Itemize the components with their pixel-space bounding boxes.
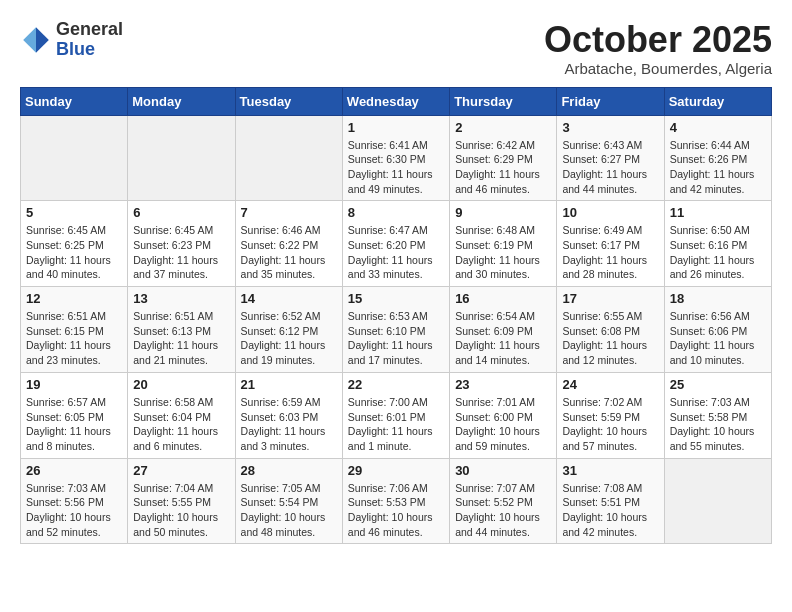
day-info: Sunrise: 6:59 AMSunset: 6:03 PMDaylight:… xyxy=(241,395,337,454)
calendar-cell xyxy=(664,458,771,544)
column-header-friday: Friday xyxy=(557,87,664,115)
calendar-cell: 7Sunrise: 6:46 AMSunset: 6:22 PMDaylight… xyxy=(235,201,342,287)
calendar-cell: 20Sunrise: 6:58 AMSunset: 6:04 PMDayligh… xyxy=(128,372,235,458)
calendar-cell: 1Sunrise: 6:41 AMSunset: 6:30 PMDaylight… xyxy=(342,115,449,201)
day-number: 23 xyxy=(455,377,551,392)
day-info: Sunrise: 6:53 AMSunset: 6:10 PMDaylight:… xyxy=(348,309,444,368)
day-info: Sunrise: 6:46 AMSunset: 6:22 PMDaylight:… xyxy=(241,223,337,282)
day-info: Sunrise: 7:05 AMSunset: 5:54 PMDaylight:… xyxy=(241,481,337,540)
day-number: 12 xyxy=(26,291,122,306)
column-header-monday: Monday xyxy=(128,87,235,115)
day-number: 31 xyxy=(562,463,658,478)
calendar-cell: 25Sunrise: 7:03 AMSunset: 5:58 PMDayligh… xyxy=(664,372,771,458)
day-info: Sunrise: 6:56 AMSunset: 6:06 PMDaylight:… xyxy=(670,309,766,368)
day-number: 18 xyxy=(670,291,766,306)
calendar-cell: 4Sunrise: 6:44 AMSunset: 6:26 PMDaylight… xyxy=(664,115,771,201)
day-number: 1 xyxy=(348,120,444,135)
calendar-cell: 31Sunrise: 7:08 AMSunset: 5:51 PMDayligh… xyxy=(557,458,664,544)
day-info: Sunrise: 6:47 AMSunset: 6:20 PMDaylight:… xyxy=(348,223,444,282)
day-info: Sunrise: 6:51 AMSunset: 6:15 PMDaylight:… xyxy=(26,309,122,368)
day-number: 24 xyxy=(562,377,658,392)
day-info: Sunrise: 6:43 AMSunset: 6:27 PMDaylight:… xyxy=(562,138,658,197)
day-info: Sunrise: 7:03 AMSunset: 5:58 PMDaylight:… xyxy=(670,395,766,454)
day-info: Sunrise: 6:45 AMSunset: 6:23 PMDaylight:… xyxy=(133,223,229,282)
calendar-cell: 12Sunrise: 6:51 AMSunset: 6:15 PMDayligh… xyxy=(21,287,128,373)
month-title: October 2025 xyxy=(544,20,772,60)
calendar-cell: 21Sunrise: 6:59 AMSunset: 6:03 PMDayligh… xyxy=(235,372,342,458)
location-subtitle: Arbatache, Boumerdes, Algeria xyxy=(544,60,772,77)
day-number: 3 xyxy=(562,120,658,135)
day-number: 29 xyxy=(348,463,444,478)
day-number: 22 xyxy=(348,377,444,392)
day-number: 2 xyxy=(455,120,551,135)
day-info: Sunrise: 7:08 AMSunset: 5:51 PMDaylight:… xyxy=(562,481,658,540)
day-info: Sunrise: 7:07 AMSunset: 5:52 PMDaylight:… xyxy=(455,481,551,540)
logo-icon xyxy=(20,24,52,56)
page-header: General Blue October 2025 Arbatache, Bou… xyxy=(20,20,772,77)
svg-marker-1 xyxy=(23,27,36,53)
day-number: 7 xyxy=(241,205,337,220)
day-number: 4 xyxy=(670,120,766,135)
column-header-saturday: Saturday xyxy=(664,87,771,115)
day-info: Sunrise: 6:44 AMSunset: 6:26 PMDaylight:… xyxy=(670,138,766,197)
day-info: Sunrise: 6:52 AMSunset: 6:12 PMDaylight:… xyxy=(241,309,337,368)
calendar-cell: 29Sunrise: 7:06 AMSunset: 5:53 PMDayligh… xyxy=(342,458,449,544)
calendar-cell: 24Sunrise: 7:02 AMSunset: 5:59 PMDayligh… xyxy=(557,372,664,458)
calendar-cell: 23Sunrise: 7:01 AMSunset: 6:00 PMDayligh… xyxy=(450,372,557,458)
day-number: 13 xyxy=(133,291,229,306)
day-number: 10 xyxy=(562,205,658,220)
day-info: Sunrise: 6:48 AMSunset: 6:19 PMDaylight:… xyxy=(455,223,551,282)
day-number: 16 xyxy=(455,291,551,306)
calendar-header-row: SundayMondayTuesdayWednesdayThursdayFrid… xyxy=(21,87,772,115)
day-info: Sunrise: 6:50 AMSunset: 6:16 PMDaylight:… xyxy=(670,223,766,282)
calendar-cell: 15Sunrise: 6:53 AMSunset: 6:10 PMDayligh… xyxy=(342,287,449,373)
day-number: 17 xyxy=(562,291,658,306)
logo: General Blue xyxy=(20,20,123,60)
calendar-cell: 11Sunrise: 6:50 AMSunset: 6:16 PMDayligh… xyxy=(664,201,771,287)
day-info: Sunrise: 6:54 AMSunset: 6:09 PMDaylight:… xyxy=(455,309,551,368)
column-header-wednesday: Wednesday xyxy=(342,87,449,115)
day-number: 15 xyxy=(348,291,444,306)
day-number: 27 xyxy=(133,463,229,478)
day-number: 26 xyxy=(26,463,122,478)
calendar-cell: 9Sunrise: 6:48 AMSunset: 6:19 PMDaylight… xyxy=(450,201,557,287)
day-number: 20 xyxy=(133,377,229,392)
calendar-cell: 19Sunrise: 6:57 AMSunset: 6:05 PMDayligh… xyxy=(21,372,128,458)
day-info: Sunrise: 7:02 AMSunset: 5:59 PMDaylight:… xyxy=(562,395,658,454)
calendar-cell: 22Sunrise: 7:00 AMSunset: 6:01 PMDayligh… xyxy=(342,372,449,458)
calendar-cell: 10Sunrise: 6:49 AMSunset: 6:17 PMDayligh… xyxy=(557,201,664,287)
calendar-week-5: 26Sunrise: 7:03 AMSunset: 5:56 PMDayligh… xyxy=(21,458,772,544)
day-number: 8 xyxy=(348,205,444,220)
column-header-sunday: Sunday xyxy=(21,87,128,115)
day-info: Sunrise: 6:57 AMSunset: 6:05 PMDaylight:… xyxy=(26,395,122,454)
day-info: Sunrise: 7:03 AMSunset: 5:56 PMDaylight:… xyxy=(26,481,122,540)
day-info: Sunrise: 6:45 AMSunset: 6:25 PMDaylight:… xyxy=(26,223,122,282)
calendar-week-3: 12Sunrise: 6:51 AMSunset: 6:15 PMDayligh… xyxy=(21,287,772,373)
day-info: Sunrise: 6:42 AMSunset: 6:29 PMDaylight:… xyxy=(455,138,551,197)
day-info: Sunrise: 6:49 AMSunset: 6:17 PMDaylight:… xyxy=(562,223,658,282)
column-header-tuesday: Tuesday xyxy=(235,87,342,115)
calendar-cell: 13Sunrise: 6:51 AMSunset: 6:13 PMDayligh… xyxy=(128,287,235,373)
day-number: 25 xyxy=(670,377,766,392)
day-info: Sunrise: 6:51 AMSunset: 6:13 PMDaylight:… xyxy=(133,309,229,368)
day-number: 21 xyxy=(241,377,337,392)
calendar-cell: 2Sunrise: 6:42 AMSunset: 6:29 PMDaylight… xyxy=(450,115,557,201)
day-number: 19 xyxy=(26,377,122,392)
day-info: Sunrise: 7:06 AMSunset: 5:53 PMDaylight:… xyxy=(348,481,444,540)
calendar-cell: 26Sunrise: 7:03 AMSunset: 5:56 PMDayligh… xyxy=(21,458,128,544)
calendar-cell: 28Sunrise: 7:05 AMSunset: 5:54 PMDayligh… xyxy=(235,458,342,544)
calendar-cell: 17Sunrise: 6:55 AMSunset: 6:08 PMDayligh… xyxy=(557,287,664,373)
calendar-cell: 5Sunrise: 6:45 AMSunset: 6:25 PMDaylight… xyxy=(21,201,128,287)
calendar-cell: 8Sunrise: 6:47 AMSunset: 6:20 PMDaylight… xyxy=(342,201,449,287)
calendar-cell: 3Sunrise: 6:43 AMSunset: 6:27 PMDaylight… xyxy=(557,115,664,201)
calendar-table: SundayMondayTuesdayWednesdayThursdayFrid… xyxy=(20,87,772,545)
day-info: Sunrise: 6:58 AMSunset: 6:04 PMDaylight:… xyxy=(133,395,229,454)
column-header-thursday: Thursday xyxy=(450,87,557,115)
calendar-week-1: 1Sunrise: 6:41 AMSunset: 6:30 PMDaylight… xyxy=(21,115,772,201)
calendar-cell xyxy=(21,115,128,201)
day-number: 30 xyxy=(455,463,551,478)
day-number: 14 xyxy=(241,291,337,306)
day-number: 9 xyxy=(455,205,551,220)
calendar-cell: 16Sunrise: 6:54 AMSunset: 6:09 PMDayligh… xyxy=(450,287,557,373)
calendar-week-2: 5Sunrise: 6:45 AMSunset: 6:25 PMDaylight… xyxy=(21,201,772,287)
